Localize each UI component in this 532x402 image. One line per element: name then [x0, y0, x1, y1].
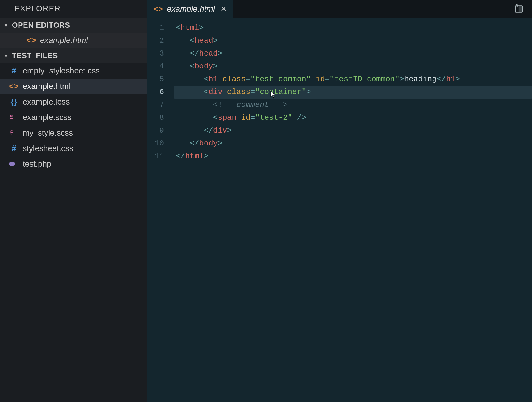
indent-guide [177, 25, 177, 166]
editor-tabbar: <> example.html ✕ [147, 0, 532, 18]
svg-point-4 [516, 4, 517, 6]
file-name-label: stylesheet.css [23, 144, 73, 153]
folder-section-header[interactable]: ▾ TEST_FILES [0, 48, 147, 63]
file-item-test-php[interactable]: test.php [0, 156, 147, 172]
file-item-stylesheet-css[interactable]: # stylesheet.css [0, 141, 147, 156]
line-number: 10 [147, 137, 164, 150]
file-name-label: example.scss [23, 113, 72, 122]
file-item-empty-stylesheet[interactable]: # empty_stylesheet.css [0, 63, 147, 79]
line-number: 7 [147, 99, 164, 111]
code-line: </div> [176, 124, 532, 137]
open-editors-section-header[interactable]: ▾ OPEN EDITORS [0, 18, 147, 33]
file-name-label: empty_stylesheet.css [23, 66, 100, 76]
code-line: <head> [176, 34, 532, 47]
file-item-example-scss[interactable]: example.scss [0, 110, 147, 125]
explorer-sidebar: EXPLORER ▾ OPEN EDITORS <> example.html … [0, 0, 147, 402]
svg-rect-3 [519, 6, 522, 12]
code-line: <!—— comment ——> [176, 99, 532, 111]
code-content[interactable]: <html> <head> </head> <body> <h1 class="… [173, 22, 532, 402]
code-editor[interactable]: 1 2 3 4 5 6 7 8 9 10 11 <html> <head> </… [147, 18, 532, 402]
file-name-label: example.html [23, 82, 71, 91]
html-file-icon: <> [8, 82, 19, 91]
code-line: <h1 class="test common" id="testID commo… [176, 73, 532, 86]
file-name-label: my_style.scss [23, 128, 73, 138]
code-line: <html> [176, 22, 532, 34]
open-editor-item[interactable]: <> example.html [0, 33, 147, 48]
css-file-icon: # [8, 144, 19, 153]
close-tab-button[interactable]: ✕ [219, 4, 228, 14]
file-item-example-less[interactable]: {} example.less [0, 94, 147, 110]
svg-point-0 [9, 162, 15, 166]
line-number: 11 [147, 150, 164, 163]
line-number: 8 [147, 111, 164, 124]
line-number: 4 [147, 60, 164, 73]
code-line: <span id="test-2" /> [176, 111, 532, 124]
php-file-icon [8, 161, 19, 167]
line-number: 1 [147, 22, 164, 34]
line-number: 6 [147, 86, 164, 99]
line-number: 9 [147, 124, 164, 137]
split-editor-icon[interactable] [514, 4, 524, 14]
file-name-label: example.less [23, 97, 70, 107]
open-editors-label: OPEN EDITORS [12, 21, 70, 30]
html-file-icon: <> [154, 4, 163, 14]
scss-file-icon [8, 130, 19, 136]
line-number: 2 [147, 34, 164, 47]
code-line: </head> [176, 47, 532, 60]
line-number-gutter: 1 2 3 4 5 6 7 8 9 10 11 [147, 22, 173, 402]
editor-area: <> example.html ✕ 1 2 3 4 5 6 7 [147, 0, 532, 402]
line-number: 3 [147, 47, 164, 60]
file-name-label: test.php [23, 159, 51, 169]
code-line: <body> [176, 60, 532, 73]
css-file-icon: # [8, 66, 19, 76]
code-line-current: <div class="container"> [174, 86, 532, 99]
less-file-icon: {} [8, 97, 19, 107]
folder-label: TEST_FILES [12, 51, 58, 60]
chevron-down-icon: ▾ [5, 53, 11, 59]
open-editor-filename: example.html [40, 36, 88, 45]
code-line: </body> [176, 137, 532, 150]
explorer-title: EXPLORER [0, 0, 147, 18]
editor-tab-example-html[interactable]: <> example.html ✕ [147, 0, 233, 18]
file-item-example-html[interactable]: <> example.html [0, 79, 147, 94]
tab-filename: example.html [167, 4, 215, 14]
chevron-down-icon: ▾ [5, 22, 11, 28]
tabbar-actions [514, 0, 532, 18]
html-file-icon: <> [26, 36, 36, 45]
scss-file-icon [8, 114, 19, 121]
line-number: 5 [147, 73, 164, 86]
file-item-my-style-scss[interactable]: my_style.scss [0, 125, 147, 141]
code-line: </html> [176, 150, 532, 163]
